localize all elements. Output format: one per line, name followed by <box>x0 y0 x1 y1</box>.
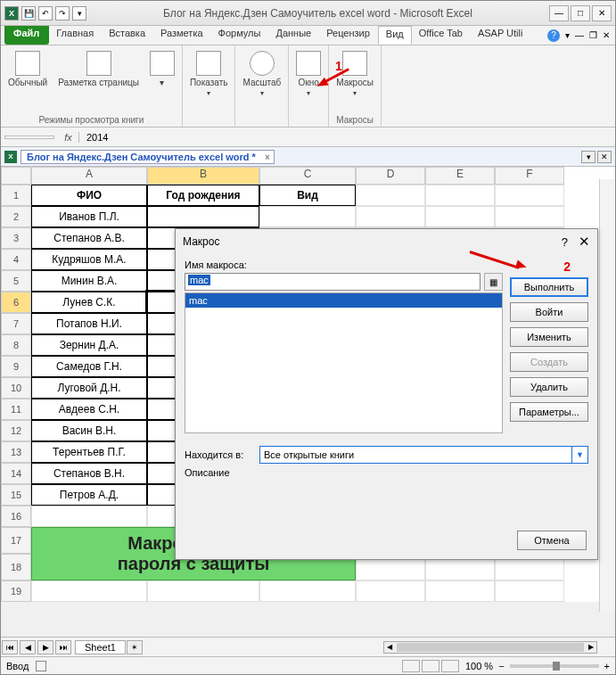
col-E[interactable]: E <box>425 167 495 185</box>
tab-home[interactable]: Главная <box>49 26 102 45</box>
window-icon <box>296 51 321 76</box>
macro-name-input[interactable]: mac <box>185 273 480 291</box>
zoom-in-button[interactable]: + <box>604 661 610 671</box>
tab-data[interactable]: Данные <box>268 26 319 45</box>
col-A[interactable]: A <box>31 167 147 185</box>
create-button: Создать <box>510 352 588 372</box>
col-F[interactable]: F <box>495 167 564 185</box>
macros-icon <box>342 51 367 76</box>
run-button[interactable]: Выполнить <box>510 277 588 297</box>
cell-A1[interactable]: ФИО <box>31 185 147 206</box>
fx-icon[interactable]: fx <box>58 132 79 143</box>
step-into-button[interactable]: Войти <box>510 302 588 322</box>
window-button[interactable]: Окно▾ <box>294 49 323 99</box>
sheet-nav-first[interactable]: ⏮ <box>2 640 18 654</box>
status-mode: Ввод <box>6 661 29 671</box>
document-tab-bar: X Блог на Яндекс.Дзен Самоучитель excel … <box>1 147 615 167</box>
excel-icon: X <box>4 6 19 21</box>
tab-view[interactable]: Вид <box>378 26 412 45</box>
doctab-close-all[interactable]: ✕ <box>597 151 612 163</box>
dialog-close-button[interactable]: ✕ <box>579 234 590 250</box>
group-views-label: Режимы просмотра книги <box>39 115 144 125</box>
close-button[interactable]: ✕ <box>592 5 612 21</box>
sheet-tab[interactable]: Sheet1 <box>75 640 126 654</box>
window-title: Блог на Яндекс.Дзен Самоучитель excel wo… <box>86 7 549 20</box>
status-bar: Ввод 100 % − + <box>1 656 615 674</box>
new-sheet-button[interactable]: ✶ <box>127 640 143 654</box>
sheet-nav-prev[interactable]: ◀ <box>20 640 36 654</box>
doctab-dropdown[interactable]: ▾ <box>581 151 595 163</box>
redo-icon[interactable]: ↷ <box>55 6 70 21</box>
page-layout-button[interactable]: Разметка страницы <box>56 49 141 89</box>
tab-officetab[interactable]: Office Tab <box>412 26 471 45</box>
ref-edit-button[interactable]: ▦ <box>484 273 503 291</box>
edit-button[interactable]: Изменить <box>510 327 588 347</box>
macro-list-item[interactable]: mac <box>185 293 502 308</box>
cell-C1[interactable]: Вид <box>259 185 356 206</box>
dialog-title: Макрос <box>183 235 219 248</box>
doctab-close-icon[interactable]: × <box>265 152 270 162</box>
tab-file[interactable]: Файл <box>4 26 49 45</box>
zoom-icon <box>250 51 275 76</box>
show-icon <box>196 51 221 76</box>
delete-button[interactable]: Удалить <box>510 377 588 397</box>
macro-listbox[interactable]: mac <box>185 292 503 433</box>
title-bar: X 💾 ↶ ↷ ▾ Блог на Яндекс.Дзен Самоучител… <box>1 1 615 26</box>
select-all-corner[interactable] <box>1 167 31 185</box>
document-tab[interactable]: Блог на Яндекс.Дзен Самоучитель excel wo… <box>21 150 275 164</box>
views-more-button[interactable]: ▾ <box>148 49 177 89</box>
sheet-nav-next[interactable]: ▶ <box>37 640 53 654</box>
zoom-button[interactable]: Масштаб▾ <box>241 49 283 99</box>
maximize-button[interactable]: □ <box>571 5 590 21</box>
wb-min-icon[interactable]: — <box>575 30 584 40</box>
col-B[interactable]: B <box>147 167 259 185</box>
macro-name-label: Имя макроса: <box>185 259 503 270</box>
tab-review[interactable]: Рецензир <box>319 26 378 45</box>
ribbon-min-icon[interactable]: ▾ <box>565 30 570 40</box>
help-icon[interactable]: ? <box>547 29 560 42</box>
wb-restore-icon[interactable]: ❐ <box>589 30 597 40</box>
macro-record-icon[interactable] <box>36 661 46 671</box>
minimize-button[interactable]: — <box>549 5 569 21</box>
wb-close-icon[interactable]: ✕ <box>603 30 610 40</box>
zoom-out-button[interactable]: − <box>498 661 504 671</box>
col-C[interactable]: C <box>259 167 356 185</box>
normal-view-icon <box>15 51 40 76</box>
vertical-scrollbar[interactable] <box>599 179 615 612</box>
row-1[interactable]: 1 <box>1 185 31 206</box>
cell-B1[interactable]: Год рождения <box>147 185 259 206</box>
annotation-2: 2 <box>563 259 571 274</box>
dialog-help-button[interactable]: ? <box>562 235 568 249</box>
formula-input[interactable]: 2014 <box>83 132 612 143</box>
tab-layout[interactable]: Разметка <box>153 26 211 45</box>
ribbon: Обычный Разметка страницы ▾ Режимы просм… <box>1 45 615 128</box>
excel-doc-icon: X <box>4 151 17 163</box>
qat-more-icon[interactable]: ▾ <box>72 6 86 21</box>
zoom-level[interactable]: 100 % <box>465 661 493 671</box>
tab-insert[interactable]: Вставка <box>102 26 153 45</box>
view-page-button[interactable] <box>422 660 439 672</box>
tab-formulas[interactable]: Формулы <box>211 26 269 45</box>
options-button[interactable]: Параметры... <box>510 402 588 422</box>
group-macros-label: Макросы <box>336 115 374 125</box>
chevron-down-icon[interactable]: ▼ <box>571 447 587 463</box>
tab-asap[interactable]: ASAP Utili <box>471 26 531 45</box>
sheet-nav-last[interactable]: ⏭ <box>55 640 71 654</box>
col-D[interactable]: D <box>356 167 425 185</box>
zoom-slider[interactable] <box>510 664 599 668</box>
view-break-button[interactable] <box>441 660 459 672</box>
formula-bar: fx 2014 <box>1 128 615 147</box>
macros-in-select[interactable]: Все открытые книги ▼ <box>259 446 588 464</box>
macro-dialog: Макрос ? ✕ Имя макроса: mac ▦ mac Выполн… <box>175 228 598 560</box>
view-normal-button[interactable] <box>402 660 420 672</box>
save-icon[interactable]: 💾 <box>21 6 36 21</box>
normal-view-button[interactable]: Обычный <box>6 49 49 89</box>
page-layout-icon <box>86 51 111 76</box>
undo-icon[interactable]: ↶ <box>38 6 53 21</box>
name-box[interactable] <box>4 136 54 139</box>
ref-edit-icon: ▦ <box>489 277 497 287</box>
cancel-button[interactable]: Отмена <box>517 531 587 550</box>
macros-in-label: Находится в: <box>185 449 254 460</box>
show-button[interactable]: Показать▾ <box>188 49 230 99</box>
horizontal-scrollbar[interactable]: ◀ ▶ <box>383 641 597 654</box>
